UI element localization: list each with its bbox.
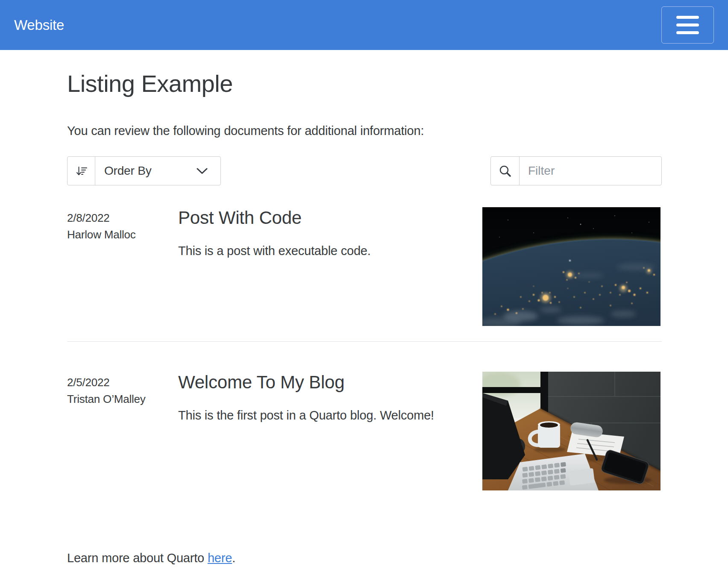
post-meta: 2/5/2022 Tristan O’Malley [67,372,178,490]
post-listing-item: 2/8/2022 Harlow Malloc Post With Code Th… [67,185,662,341]
page-content: Listing Example You can review the follo… [0,69,662,566]
hamburger-icon [676,16,699,19]
menu-toggle-button[interactable] [661,6,714,44]
post-date: 2/5/2022 [67,374,178,391]
order-by-dropdown[interactable]: Order By [67,156,221,185]
footer-text-before-link: Learn more about Quarto [67,551,208,565]
navbar: Website [0,0,728,50]
chevron-down-icon [197,168,208,174]
post-body: Welcome To My Blog This is the first pos… [178,372,482,490]
post-description: This is the first post in a Quarto blog.… [178,404,434,427]
earth-at-night-image [482,207,660,326]
hamburger-icon [676,31,699,34]
post-title-link[interactable]: Welcome To My Blog [178,372,434,393]
sort-amount-down-icon [68,157,95,185]
desk-workspace-image [482,372,660,490]
hamburger-icon [676,23,699,26]
quarto-link[interactable]: here [208,551,232,565]
post-author: Tristan O’Malley [67,391,178,408]
footer-text: Learn more about Quarto here. [67,549,662,566]
order-by-label: Order By [104,164,151,178]
post-date: 2/8/2022 [67,210,178,226]
listing-controls: Order By [67,156,662,185]
post-author: Harlow Malloc [67,226,178,243]
intro-text: You can review the following documents f… [67,122,662,139]
post-thumbnail-link[interactable] [482,207,662,326]
navbar-brand[interactable]: Website [14,18,64,32]
post-description: This is a post with executable code. [178,239,434,262]
filter-box [490,156,662,185]
filter-input[interactable] [520,157,661,185]
search-icon [491,157,520,185]
post-title-link[interactable]: Post With Code [178,207,434,229]
post-meta: 2/8/2022 Harlow Malloc [67,207,178,326]
post-thumbnail-link[interactable] [482,372,662,490]
post-listing-item: 2/5/2022 Tristan O’Malley Welcome To My … [67,342,662,490]
footer-text-after-link: . [232,551,235,565]
post-body: Post With Code This is a post with execu… [178,207,482,326]
page-title: Listing Example [67,69,662,99]
